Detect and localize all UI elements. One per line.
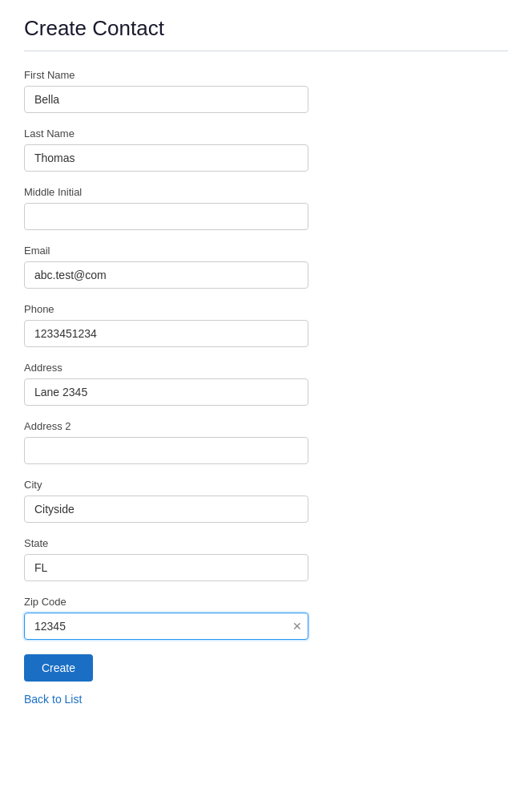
zip-code-input-wrapper: ✕	[24, 613, 308, 640]
email-label: Email	[24, 245, 508, 257]
last-name-label: Last Name	[24, 127, 508, 140]
first-name-input[interactable]	[24, 86, 308, 113]
zip-code-group: Zip Code ✕	[24, 596, 508, 640]
city-label: City	[24, 479, 508, 491]
last-name-group: Last Name	[24, 127, 508, 172]
middle-initial-input[interactable]	[24, 203, 308, 230]
address2-label: Address 2	[24, 420, 508, 432]
create-button[interactable]: Create	[24, 654, 93, 682]
clear-icon[interactable]: ✕	[292, 621, 302, 632]
back-to-list-link[interactable]: Back to List	[24, 693, 82, 706]
zip-code-input[interactable]	[24, 613, 308, 640]
create-contact-form: First Name Last Name Middle Initial Emai…	[24, 61, 508, 706]
address-group: Address	[24, 362, 508, 406]
address2-input[interactable]	[24, 437, 308, 464]
state-group: State	[24, 537, 508, 581]
middle-initial-label: Middle Initial	[24, 186, 508, 198]
address-label: Address	[24, 362, 508, 374]
address-input[interactable]	[24, 378, 308, 406]
phone-group: Phone	[24, 303, 508, 347]
middle-initial-group: Middle Initial	[24, 186, 508, 230]
city-input[interactable]	[24, 496, 308, 523]
phone-label: Phone	[24, 303, 508, 315]
email-group: Email	[24, 245, 508, 289]
last-name-input[interactable]	[24, 144, 308, 172]
phone-input[interactable]	[24, 320, 308, 347]
state-input[interactable]	[24, 554, 308, 581]
first-name-group: First Name	[24, 69, 508, 113]
email-input[interactable]	[24, 261, 308, 289]
page-title: Create Contact	[24, 16, 508, 51]
state-label: State	[24, 537, 508, 549]
first-name-label: First Name	[24, 69, 508, 81]
zip-code-label: Zip Code	[24, 596, 508, 608]
address2-group: Address 2	[24, 420, 508, 464]
city-group: City	[24, 479, 508, 523]
